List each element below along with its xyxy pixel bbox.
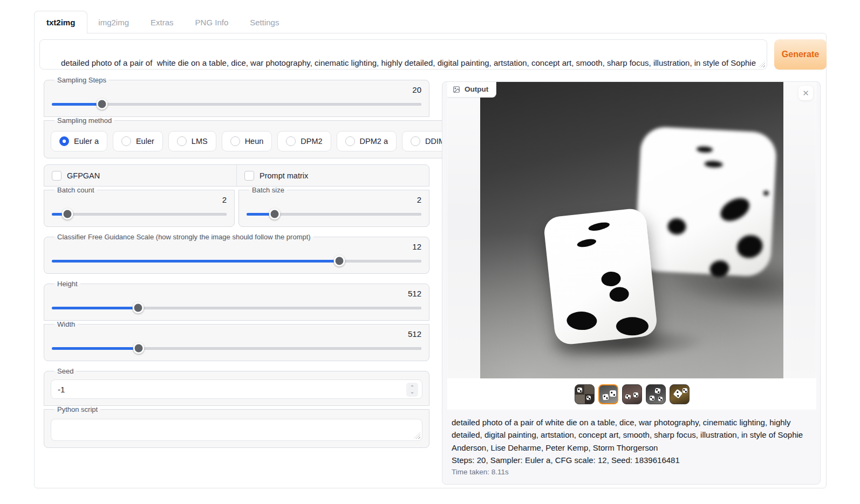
radio-heun[interactable]: Heun: [222, 131, 272, 151]
batch-count-slider[interactable]: [52, 208, 227, 220]
batch-size-slider[interactable]: [247, 208, 421, 220]
slider-handle[interactable]: [132, 302, 144, 314]
radio-label: Euler a: [74, 137, 99, 146]
slider-handle[interactable]: [97, 99, 108, 110]
radio-icon: [177, 136, 187, 146]
textarea-resize-handle[interactable]: [759, 61, 765, 67]
cfg-scale-slider[interactable]: [52, 255, 421, 267]
height-field: Height 512: [44, 280, 429, 321]
radio-label: Heun: [245, 137, 264, 146]
slider-handle[interactable]: [62, 209, 73, 220]
gfpgan-checkbox[interactable]: GFPGAN: [44, 165, 236, 186]
slider-handle[interactable]: [269, 209, 280, 220]
output-label: Output: [465, 85, 488, 93]
gallery-thumbnail-1[interactable]: [575, 384, 595, 404]
radio-icon: [230, 136, 240, 146]
width-value: 512: [51, 329, 421, 339]
output-panel: Output ✕: [442, 81, 821, 485]
image-icon: [453, 86, 460, 93]
radio-euler[interactable]: Euler: [113, 131, 163, 151]
prompt-matrix-label: Prompt matrix: [260, 171, 308, 180]
slider-handle[interactable]: [333, 256, 345, 267]
sampling-steps-label: Sampling Steps: [54, 76, 109, 84]
height-slider[interactable]: [52, 302, 421, 314]
slider-fill: [52, 347, 139, 350]
cfg-scale-field: Classifier Free Guidance Scale (how stro…: [44, 233, 429, 274]
batch-size-value: 2: [245, 195, 421, 204]
slider-handle[interactable]: [133, 343, 144, 354]
die-left-focused: [543, 208, 658, 346]
sampling-steps-field: Sampling Steps 20: [44, 76, 429, 117]
height-value: 512: [51, 289, 421, 298]
generated-image[interactable]: [480, 82, 783, 378]
cfg-scale-value: 12: [51, 242, 421, 251]
generate-button[interactable]: Generate: [774, 39, 827, 70]
radio-label: DPM2: [301, 137, 322, 146]
seed-field: Seed -1 ⌃⌄: [44, 367, 429, 406]
height-label: Height: [54, 280, 80, 288]
slider-track: [52, 213, 227, 216]
slider-fill: [52, 307, 138, 309]
feature-toggles: GFPGAN Prompt matrix: [44, 164, 429, 187]
radio-dpm2[interactable]: DPM2: [277, 131, 331, 151]
seed-input[interactable]: -1 ⌃⌄: [51, 379, 422, 399]
python-script-label: Python script: [54, 405, 100, 413]
viewer-backdrop-right: [783, 82, 816, 378]
seed-label: Seed: [54, 367, 76, 375]
checkbox-icon: [244, 171, 254, 181]
slider-track: [52, 307, 421, 309]
radio-label: Euler: [136, 137, 154, 146]
radio-dpm2-a[interactable]: DPM2 a: [337, 131, 397, 151]
slider-fill: [52, 260, 339, 263]
slider-track: [52, 260, 421, 263]
python-script-textarea[interactable]: [51, 419, 422, 441]
radio-euler-a[interactable]: Euler a: [51, 131, 107, 151]
radio-icon: [345, 136, 355, 146]
close-icon[interactable]: ✕: [798, 86, 813, 100]
tab-png-info[interactable]: PNG Info: [185, 11, 240, 33]
output-tab-chip[interactable]: Output: [447, 82, 496, 98]
stepper-down-icon[interactable]: ⌄: [410, 390, 414, 394]
tab-txt2img[interactable]: txt2img: [34, 11, 87, 33]
sampling-steps-slider[interactable]: [52, 98, 421, 110]
batch-count-label: Batch count: [54, 186, 97, 194]
slider-track: [247, 213, 421, 216]
app-canvas: txt2img img2img Extras PNG Info Settings…: [0, 0, 860, 504]
info-time-text: Time taken: 8.11s: [452, 468, 812, 476]
radio-lms[interactable]: LMS: [168, 131, 216, 151]
prompt-textarea[interactable]: detailed photo of a pair of white die on…: [39, 39, 767, 70]
batch-size-field: Batch size 2: [238, 186, 429, 227]
gallery-thumbnail-2-selected[interactable]: [598, 384, 618, 404]
radio-icon: [121, 136, 131, 146]
python-script-field: Python script: [44, 405, 429, 448]
radio-label: LMS: [192, 137, 208, 146]
slider-track: [52, 347, 421, 350]
radio-label: DPM2 a: [360, 137, 388, 146]
radio-icon: [411, 136, 420, 146]
tab-img2img[interactable]: img2img: [87, 11, 140, 33]
controls-column: Sampling Steps 20 Sampling method Euler …: [44, 76, 429, 454]
slider-fill: [52, 103, 102, 106]
textarea-resize-handle[interactable]: [414, 432, 420, 439]
prompt-matrix-checkbox[interactable]: Prompt matrix: [236, 165, 429, 186]
width-field: Width 512: [44, 320, 429, 361]
gallery-thumbnail-5[interactable]: [670, 384, 690, 404]
tab-settings[interactable]: Settings: [239, 11, 290, 33]
cfg-group: Classifier Free Guidance Scale (how stro…: [44, 233, 429, 274]
batch-count-value: 2: [51, 195, 227, 204]
generation-info: detailed photo of a pair of white die on…: [447, 413, 816, 479]
seed-value: -1: [58, 385, 65, 394]
info-params-text: Steps: 20, Sampler: Euler a, CFG scale: …: [452, 454, 812, 466]
txt2img-panel: detailed photo of a pair of white die on…: [34, 33, 827, 488]
tab-extras[interactable]: Extras: [140, 11, 185, 33]
die-right-blurred: [634, 126, 777, 278]
image-viewer: Output ✕: [447, 82, 816, 410]
gallery-thumbnail-3[interactable]: [622, 384, 642, 404]
number-stepper[interactable]: ⌃⌄: [406, 383, 418, 397]
radio-icon: [286, 136, 296, 146]
sampling-method-label: Sampling method: [54, 116, 114, 125]
width-slider[interactable]: [52, 342, 421, 354]
gallery-thumbnail-4[interactable]: [646, 384, 666, 404]
gallery-strip: [447, 378, 816, 410]
cfg-scale-label: Classifier Free Guidance Scale (how stro…: [54, 233, 313, 241]
